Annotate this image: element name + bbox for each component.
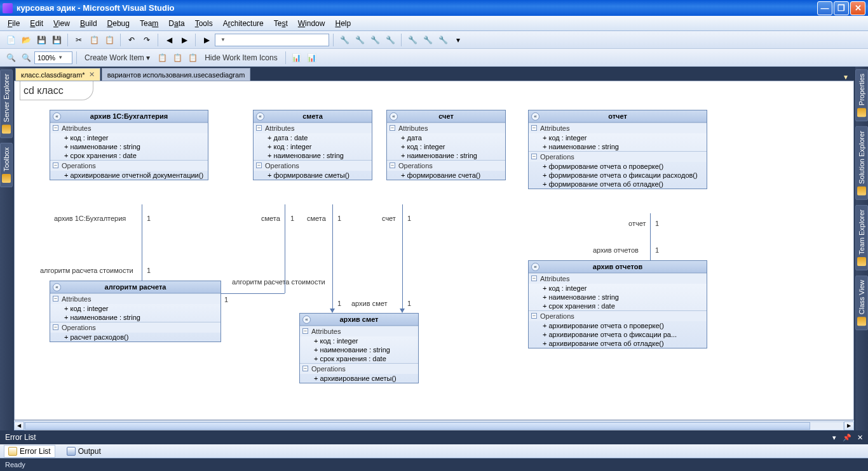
new-project-icon[interactable]: 📄: [4, 33, 18, 47]
undo-icon[interactable]: ↶: [125, 33, 139, 47]
properties-tab[interactable]: Properties: [855, 69, 868, 121]
wi3-icon[interactable]: 📋: [186, 51, 200, 65]
assoc-line: [221, 293, 285, 294]
save-icon[interactable]: 💾: [34, 33, 48, 47]
class-view-tab[interactable]: Class View: [855, 275, 868, 330]
open-icon[interactable]: 📂: [19, 33, 33, 47]
close-button[interactable]: ✕: [850, 1, 865, 15]
diagram-canvas[interactable]: cd класс «архив 1С:Бухгалтерия −Attribut…: [14, 81, 854, 420]
paste-icon[interactable]: 📋: [102, 33, 116, 47]
menu-help[interactable]: Help: [330, 17, 356, 30]
window-title: курсовая эдик - Microsoft Visual Studio: [17, 3, 174, 13]
error-list-panel-header[interactable]: Error List ▾ 📌 ✕: [0, 430, 868, 444]
bottom-tabs: Error List Output: [0, 444, 868, 458]
panel-close-icon[interactable]: ✕: [857, 434, 863, 441]
app-icon: [3, 3, 13, 13]
collapse-icon[interactable]: «: [302, 315, 311, 324]
wi4-icon[interactable]: 📊: [290, 51, 304, 65]
left-rail: Server Explorer Toolbox: [0, 67, 13, 430]
cut-icon[interactable]: ✂: [72, 33, 86, 47]
assoc-line: [650, 213, 651, 260]
menu-build[interactable]: Build: [75, 17, 102, 30]
zoom-in-icon[interactable]: 🔍: [19, 51, 33, 65]
menu-data[interactable]: Data: [163, 17, 189, 30]
assoc-role: смета: [307, 215, 326, 222]
scroll-thumb[interactable]: [25, 422, 810, 430]
copy-icon[interactable]: 📋: [87, 33, 101, 47]
toolbox-tab[interactable]: Toolbox: [0, 143, 13, 187]
menu-debug[interactable]: Debug: [102, 17, 135, 30]
assoc-line: [402, 204, 403, 312]
collapse-icon[interactable]: «: [390, 112, 398, 121]
wi5-icon[interactable]: 📊: [305, 51, 319, 65]
tbx-icon[interactable]: 🔧: [337, 33, 351, 47]
create-work-item-button[interactable]: Create Work Item ▾: [81, 53, 154, 62]
assoc-mult: 1: [147, 215, 151, 222]
menu-test[interactable]: Test: [269, 17, 293, 30]
scroll-right-icon[interactable]: ▶: [844, 421, 854, 430]
tbx2-icon[interactable]: 🔧: [353, 33, 367, 47]
collapse-icon[interactable]: «: [531, 263, 539, 271]
zoom-combo[interactable]: 100%▼: [34, 51, 72, 64]
tbx4-icon[interactable]: 🔧: [383, 33, 397, 47]
tab-dropdown-icon[interactable]: ▼: [839, 74, 853, 81]
tab-class-diagram[interactable]: класс.classdiagram*✕: [15, 68, 100, 81]
class-schet[interactable]: «счет −Attributes + дата + код : integer…: [386, 110, 506, 180]
tbx5-icon[interactable]: 🔧: [405, 33, 419, 47]
hide-work-item-icons[interactable]: Hide Work Item Icons: [201, 53, 281, 62]
class-algoritm[interactable]: «алгоритм расчета −Attributes + код : in…: [50, 281, 221, 342]
start-icon[interactable]: ▶: [200, 33, 214, 47]
assoc-role: алгоритм расчета стоимости: [232, 278, 325, 286]
assoc-mult: 1: [407, 215, 411, 222]
tbx8-icon[interactable]: ▾: [451, 33, 465, 47]
menu-window[interactable]: Window: [293, 17, 330, 30]
class-arhiv-smet[interactable]: «архив смет −Attributes + код : integer …: [299, 313, 419, 383]
wi1-icon[interactable]: 📋: [155, 51, 169, 65]
collapse-icon[interactable]: «: [53, 112, 61, 121]
minimize-button[interactable]: —: [817, 1, 832, 15]
redo-icon[interactable]: ↷: [140, 33, 154, 47]
save-all-icon[interactable]: 💾: [50, 33, 64, 47]
assoc-mult: 1: [655, 246, 659, 254]
collapse-icon[interactable]: «: [256, 112, 264, 121]
error-list-tab[interactable]: Error List: [4, 445, 55, 458]
server-explorer-tab[interactable]: Server Explorer: [0, 69, 13, 138]
menu-edit[interactable]: Edit: [25, 17, 48, 30]
team-explorer-tab[interactable]: Team Explorer: [855, 205, 868, 270]
class-view-icon: [857, 317, 866, 326]
class-otchet[interactable]: «отчет −Attributes + код : integer + наи…: [528, 110, 707, 189]
assoc-role: архив отчетов: [593, 246, 639, 254]
panel-pin-icon[interactable]: 📌: [843, 434, 851, 441]
output-tab[interactable]: Output: [63, 446, 105, 457]
tab-usecase-diagram[interactable]: вариантов использования.usecasediagram: [102, 68, 251, 81]
panel-dropdown-icon[interactable]: ▾: [832, 434, 836, 441]
maximize-button[interactable]: ❐: [834, 1, 849, 15]
tbx3-icon[interactable]: 🔧: [368, 33, 382, 47]
horizontal-scrollbar[interactable]: ◀ ▶: [14, 420, 854, 430]
class-archive-1c[interactable]: «архив 1С:Бухгалтерия −Attributes + код …: [50, 110, 208, 180]
document-tabs: класс.classdiagram*✕ вариантов использов…: [13, 67, 855, 81]
tbx6-icon[interactable]: 🔧: [421, 33, 435, 47]
menu-view[interactable]: View: [48, 17, 75, 30]
menu-team[interactable]: Team: [135, 17, 163, 30]
class-arhiv-otchetov[interactable]: «архив отчетов −Attributes + код : integ…: [528, 260, 707, 348]
menu-architecture[interactable]: Architecture: [218, 17, 269, 30]
solution-explorer-tab[interactable]: Solution Explorer: [855, 126, 868, 200]
nav-back-icon[interactable]: ◀: [162, 33, 176, 47]
nav-fwd-icon[interactable]: ▶: [177, 33, 191, 47]
assoc-role: архив 1С:Бухгалтерия: [54, 215, 126, 222]
collapse-icon[interactable]: «: [531, 112, 539, 121]
class-smeta[interactable]: «смета −Attributes + дата : date + код :…: [253, 110, 372, 180]
menu-tools[interactable]: Tools: [190, 17, 218, 30]
menu-file[interactable]: File: [3, 17, 25, 30]
assoc-role: смета: [261, 215, 280, 222]
tab-close-icon[interactable]: ✕: [89, 70, 95, 79]
tbx7-icon[interactable]: 🔧: [436, 33, 450, 47]
zoom-out-icon[interactable]: 🔍: [4, 51, 18, 65]
assoc-mult: 1: [337, 300, 341, 307]
wi2-icon[interactable]: 📋: [170, 51, 184, 65]
collapse-icon[interactable]: «: [53, 283, 61, 291]
config-combo[interactable]: ▼: [215, 34, 329, 46]
scroll-left-icon[interactable]: ◀: [14, 421, 24, 430]
assoc-mult: 1: [224, 296, 228, 303]
